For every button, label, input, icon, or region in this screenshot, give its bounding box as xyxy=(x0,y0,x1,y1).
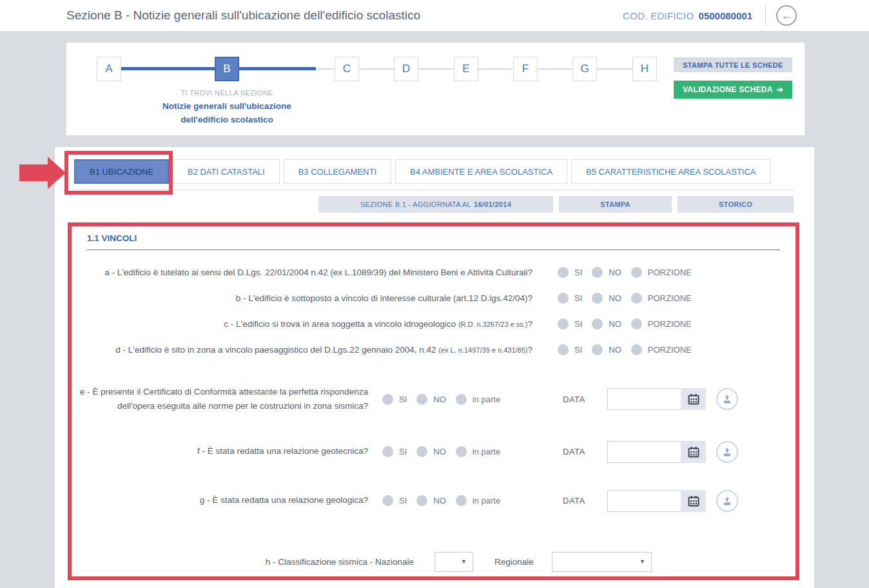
stampa-button[interactable]: STAMPA xyxy=(559,196,672,213)
step-e[interactable]: E xyxy=(454,57,478,81)
question-row-a: a - L'edificio è tutelato ai sensi del D… xyxy=(72,266,796,278)
tab-b3-collegamenti[interactable]: B3 COLLEGAMENTI xyxy=(284,159,391,184)
section-updated-badge: SEZIONE B.1 - AGGIORNATA AL 16/01/2014 xyxy=(318,196,553,213)
nazionale-select[interactable]: ▼ xyxy=(434,552,473,572)
calendar-button-g[interactable] xyxy=(681,490,706,512)
main-panel: B1 UBICAZIONE B2 DATI CATASTALI B3 COLLE… xyxy=(55,147,814,588)
radio-label-no: NO xyxy=(433,496,446,505)
step-c[interactable]: C xyxy=(335,57,359,81)
step-f[interactable]: F xyxy=(513,57,538,81)
current-section-name-line2: dell'edificio scolastico xyxy=(181,115,273,124)
page: Sezione B - Notizie generali sull'ubicaz… xyxy=(0,0,869,588)
question-row-g: g - È stata redatta una relazione geolog… xyxy=(72,490,796,512)
radio-b-si[interactable] xyxy=(558,293,569,304)
date-input-e[interactable] xyxy=(607,388,681,410)
question-row-b: b - L'edificio è sottoposto a vincolo di… xyxy=(72,292,796,304)
radio-label-porzione: PORZIONE xyxy=(648,268,692,277)
stepper-card: A B C D E F G H TI TROVI NELLA SEZIONE N… xyxy=(66,43,805,135)
radio-e-no[interactable] xyxy=(416,394,427,405)
radio-label-si: SI xyxy=(574,268,582,277)
question-row-c: c - L'edificio si trova in area soggetta… xyxy=(72,318,796,329)
radio-f-no[interactable] xyxy=(416,446,427,457)
radio-a-no[interactable] xyxy=(592,267,603,278)
tab-b4-ambiente-area-scolastica[interactable]: B4 AMBIENTE E AREA SCOLASTICA xyxy=(395,159,567,184)
validate-label: VALIDAZIONE SCHEDA xyxy=(683,85,773,94)
top-header: Sezione B - Notizie generali sull'ubicaz… xyxy=(0,0,869,31)
step-a[interactable]: A xyxy=(97,57,121,81)
radio-group-e: SI NO in parte xyxy=(382,394,509,405)
radio-label-porzione: PORZIONE xyxy=(648,293,692,303)
radio-label-in-parte: in parte xyxy=(473,447,500,456)
radio-label-si: SI xyxy=(574,293,582,303)
section-updated-prefix: SEZIONE B.1 - AGGIORNATA AL xyxy=(360,201,471,208)
radio-group-g: SI NO in parte xyxy=(382,495,509,506)
upload-button-g[interactable] xyxy=(716,490,738,512)
radio-g-in-parte[interactable] xyxy=(456,495,467,506)
radio-c-si[interactable] xyxy=(558,318,569,329)
radio-label-no: NO xyxy=(609,293,621,303)
question-row-h: h - Classificazione sismica - Nazionale … xyxy=(72,552,796,572)
tab-b1-ubicazione[interactable]: B1 UBICAZIONE xyxy=(74,159,169,184)
building-code-label: COD. EDIFICIO xyxy=(623,10,694,21)
calendar-button-e[interactable] xyxy=(681,388,706,410)
tab-strip: B1 UBICAZIONE B2 DATI CATASTALI B3 COLLE… xyxy=(55,147,814,184)
radio-b-porzione[interactable] xyxy=(631,293,642,304)
current-section-hint: TI TROVI NELLA SEZIONE xyxy=(130,89,324,97)
header-right: COD. EDIFICIO 0500080001 ← xyxy=(623,5,797,26)
section-updated-date: 16/01/2014 xyxy=(474,201,511,208)
radio-c-porzione[interactable] xyxy=(631,318,642,329)
page-title: Sezione B - Notizie generali sull'ubicaz… xyxy=(66,8,420,23)
question-text-c: c - L'edificio si trova in area soggetta… xyxy=(72,319,532,329)
radio-label-in-parte: in parte xyxy=(473,496,500,505)
divider xyxy=(765,5,766,26)
step-g[interactable]: G xyxy=(572,57,597,81)
calendar-button-f[interactable] xyxy=(681,441,706,463)
regionale-select[interactable]: ▼ xyxy=(552,552,652,572)
date-input-g[interactable] xyxy=(607,490,681,512)
radio-c-no[interactable] xyxy=(592,318,603,329)
date-input-f[interactable] xyxy=(607,441,681,463)
radio-label-si: SI xyxy=(399,496,407,505)
radio-label-in-parte: in parte xyxy=(473,395,500,404)
current-section-block: TI TROVI NELLA SEZIONE Notizie generali … xyxy=(130,89,324,127)
question-text-f: f - È stata redatta una relazione geotec… xyxy=(72,444,368,458)
radio-a-porzione[interactable] xyxy=(631,267,642,278)
date-field-e xyxy=(607,388,706,410)
print-all-button[interactable]: STAMPA TUTTE LE SCHEDE xyxy=(674,57,792,72)
step-d[interactable]: D xyxy=(394,57,418,81)
tab-b2-dati-catastali[interactable]: B2 DATI CATASTALI xyxy=(173,159,280,184)
radio-e-in-parte[interactable] xyxy=(456,394,467,405)
radio-group-d: SI NO PORZIONE xyxy=(558,344,701,355)
question-text-h: h - Classificazione sismica - Nazionale xyxy=(72,557,414,567)
radio-a-si[interactable] xyxy=(558,267,569,278)
question-text-b: b - L'edificio è sottoposto a vincolo di… xyxy=(72,293,532,303)
radio-g-no[interactable] xyxy=(416,495,427,506)
step-h[interactable]: H xyxy=(632,57,657,81)
radio-label-porzione: PORZIONE xyxy=(648,319,692,329)
radio-label-si: SI xyxy=(399,395,407,404)
upload-button-f[interactable] xyxy=(716,441,738,463)
chevron-down-icon: ▼ xyxy=(640,558,645,565)
radio-f-in-parte[interactable] xyxy=(456,446,467,457)
radio-label-porzione: PORZIONE xyxy=(648,345,692,355)
radio-g-si[interactable] xyxy=(382,495,393,506)
storico-button[interactable]: STORICO xyxy=(678,196,794,213)
upload-button-e[interactable] xyxy=(716,388,738,410)
date-field-f xyxy=(607,441,706,463)
question-row-e: e - È presente il Certificato di Conform… xyxy=(72,385,796,414)
validate-button[interactable]: VALIDAZIONE SCHEDA ➔ xyxy=(674,81,792,99)
upload-icon xyxy=(722,394,732,404)
calendar-icon xyxy=(688,446,699,458)
radio-f-si[interactable] xyxy=(382,446,393,457)
form-section-title: 1.1 VINCOLI xyxy=(87,233,796,243)
radio-b-no[interactable] xyxy=(592,293,603,304)
radio-d-porzione[interactable] xyxy=(631,344,642,355)
tab-b5-caratteristiche-area-scolastica[interactable]: B5 CARATTERISTICHE AREA SCOLASTICA xyxy=(571,159,770,184)
back-button[interactable]: ← xyxy=(776,5,797,26)
radio-d-no[interactable] xyxy=(592,344,603,355)
step-b-active[interactable]: B xyxy=(215,57,239,81)
radio-group-f: SI NO in parte xyxy=(382,446,509,457)
current-section-name: Notizie generali sull'ubicazione dell'ed… xyxy=(130,100,324,127)
radio-d-si[interactable] xyxy=(558,344,569,355)
radio-e-si[interactable] xyxy=(382,394,393,405)
